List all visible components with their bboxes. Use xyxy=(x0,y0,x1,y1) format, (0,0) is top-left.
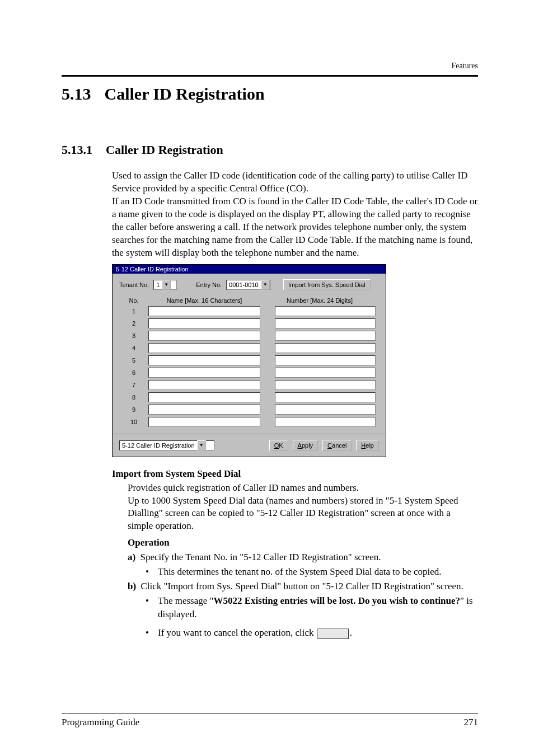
import-p1: Provides quick registration of Caller ID… xyxy=(128,482,478,495)
row-number: 7 xyxy=(119,382,148,388)
name-input[interactable] xyxy=(148,331,260,341)
number-input[interactable] xyxy=(275,331,376,341)
number-input[interactable] xyxy=(275,368,376,378)
step-a-note-text: This determines the tenant no. of the Sy… xyxy=(158,565,442,579)
bullet-icon: • xyxy=(146,565,158,579)
cancel-button[interactable]: Cancel xyxy=(322,440,352,451)
import-button[interactable]: Import from Sys. Speed Dial xyxy=(283,279,371,290)
dialog-titlebar: 5-12 Caller ID Registration xyxy=(113,265,386,274)
step-b-note2-text: If you want to cancel the operation, cli… xyxy=(158,626,352,640)
nav-select[interactable]: 5-12 Caller ID Registration ▼ xyxy=(119,440,214,450)
footer-right: 271 xyxy=(464,717,479,728)
row-number: 5 xyxy=(119,357,148,364)
number-input[interactable] xyxy=(275,343,376,353)
name-input[interactable] xyxy=(148,306,260,316)
table-header: No. Name [Max. 16 Characters] Number [Ma… xyxy=(113,294,386,306)
step-b-label: b) xyxy=(128,581,136,591)
name-input[interactable] xyxy=(148,318,260,328)
name-input[interactable] xyxy=(148,392,260,402)
help-button[interactable]: Help xyxy=(356,440,379,451)
page-footer: Programming Guide 271 xyxy=(62,713,478,728)
entry-label: Entry No. xyxy=(196,281,222,288)
note2-post: . xyxy=(350,627,352,638)
tenant-value: 1 xyxy=(156,281,161,288)
row-number: 9 xyxy=(119,406,148,413)
footer-left: Programming Guide xyxy=(62,717,139,728)
name-input[interactable] xyxy=(148,417,260,427)
divider-bottom xyxy=(62,713,478,713)
table-row: 5 xyxy=(119,355,379,365)
name-input[interactable] xyxy=(148,380,260,390)
subsection-title: 5.13.1 Caller ID Registration xyxy=(62,143,478,157)
chevron-down-icon: ▼ xyxy=(261,280,270,290)
note1-pre: The message " xyxy=(158,595,213,606)
name-input[interactable] xyxy=(148,368,260,378)
apply-button[interactable]: Apply xyxy=(293,440,318,451)
step-a-label: a) xyxy=(128,552,135,562)
bullet-icon: • xyxy=(146,594,158,621)
step-b-text: Click "Import from Sys. Speed Dial" butt… xyxy=(140,581,463,591)
table-row: 3 xyxy=(119,331,379,341)
tenant-label: Tenant No. xyxy=(119,281,149,288)
step-a-note: • This determines the tenant no. of the … xyxy=(146,565,478,579)
section-title: 5.13 Caller ID Registration xyxy=(62,84,478,104)
row-number: 1 xyxy=(119,308,148,314)
caller-id-dialog: 5-12 Caller ID Registration Tenant No. 1… xyxy=(112,264,386,457)
chevron-down-icon: ▼ xyxy=(162,280,171,290)
section-number: 5.13 xyxy=(62,84,91,104)
row-number: 8 xyxy=(119,394,148,401)
table-row: 4 xyxy=(119,343,379,353)
table-row: 9 xyxy=(119,405,379,415)
table-row: 1 xyxy=(119,306,379,316)
step-b-note1: • The message "W5022 Existing entries wi… xyxy=(146,594,478,621)
note2-pre: If you want to cancel the operation, cli… xyxy=(158,627,316,638)
number-input[interactable] xyxy=(275,380,376,390)
bullet-icon: • xyxy=(146,626,158,640)
chevron-down-icon: ▼ xyxy=(197,440,206,450)
row-number: 6 xyxy=(119,369,148,376)
ok-button[interactable]: OK xyxy=(269,440,288,451)
table-row: 10 xyxy=(119,417,379,427)
number-input[interactable] xyxy=(275,392,376,402)
number-input[interactable] xyxy=(275,318,376,328)
divider-top xyxy=(62,75,478,77)
table-row: 7 xyxy=(119,380,379,390)
row-number: 2 xyxy=(119,320,148,327)
section-name: Caller ID Registration xyxy=(105,84,265,104)
step-b-note1-text: The message "W5022 Existing entries will… xyxy=(158,594,478,621)
number-input[interactable] xyxy=(275,417,376,427)
entry-value: 0001-0010 xyxy=(229,281,260,288)
row-number: 4 xyxy=(119,345,148,351)
step-a-text: Specify the Tenant No. in "5-12 Caller I… xyxy=(140,552,381,562)
operation-heading: Operation xyxy=(128,537,478,548)
number-input[interactable] xyxy=(275,355,376,365)
col-number: Number [Max. 24 Digits] xyxy=(260,297,379,304)
name-input[interactable] xyxy=(148,355,260,365)
intro-paragraph: Used to assign the Caller ID code (ident… xyxy=(112,170,478,260)
dialog-footer: 5-12 Caller ID Registration ▼ OK Apply C… xyxy=(113,434,386,457)
col-name: Name [Max. 16 Characters] xyxy=(148,297,260,304)
tenant-select[interactable]: 1 ▼ xyxy=(153,280,177,290)
subsection-number: 5.13.1 xyxy=(62,143,92,157)
header-category: Features xyxy=(62,62,478,71)
name-input[interactable] xyxy=(148,343,260,353)
import-p2: Up to 1000 System Speed Dial data (names… xyxy=(128,495,478,533)
table-row: 6 xyxy=(119,368,379,378)
import-heading: Import from System Speed Dial xyxy=(112,468,478,480)
step-b-note2: • If you want to cancel the operation, c… xyxy=(146,626,478,640)
inline-button-placeholder xyxy=(317,628,349,639)
number-input[interactable] xyxy=(275,306,376,316)
row-number: 10 xyxy=(119,419,148,425)
table-row: 2 xyxy=(119,318,379,328)
nav-value: 5-12 Caller ID Registration xyxy=(122,442,196,449)
number-input[interactable] xyxy=(275,405,376,415)
row-number: 3 xyxy=(119,332,148,339)
name-input[interactable] xyxy=(148,405,260,415)
step-a: a) Specify the Tenant No. in "5-12 Calle… xyxy=(128,551,478,564)
col-no: No. xyxy=(119,297,148,304)
table-row: 8 xyxy=(119,392,379,402)
dialog-toolbar: Tenant No. 1 ▼ Entry No. 0001-0010 ▼ Imp… xyxy=(113,274,386,294)
entry-select[interactable]: 0001-0010 ▼ xyxy=(226,280,271,290)
note1-bold: W5022 Existing entries will be lost. Do … xyxy=(213,595,460,606)
subsection-name: Caller ID Registration xyxy=(106,143,223,157)
